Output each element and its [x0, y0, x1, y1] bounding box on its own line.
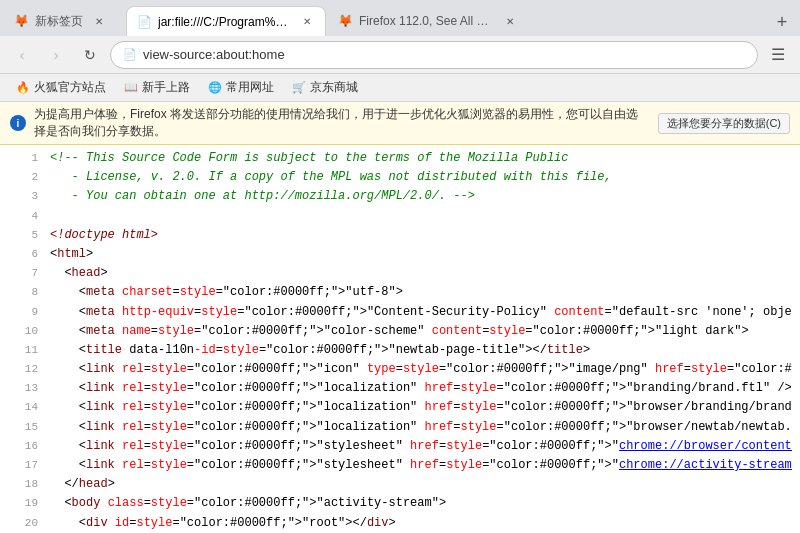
line-content: <body class=style="color:#0000ff;">"acti… [50, 494, 792, 513]
line-number: 20 [8, 515, 38, 533]
tab-favicon-1: 🦊 [14, 14, 29, 28]
line-number: 4 [8, 208, 38, 226]
line-number: 14 [8, 399, 38, 417]
line-content: <!-- This Source Code Form is subject to… [50, 149, 792, 168]
line-content: <meta name=style="color:#0000ff;">"color… [50, 322, 792, 341]
line-number: 9 [8, 304, 38, 322]
bookmark-newuser[interactable]: 📖 新手上路 [116, 77, 198, 98]
line-number: 16 [8, 438, 38, 456]
bookmark-label-2: 新手上路 [142, 79, 190, 96]
info-message: 为提高用户体验，Firefox 将发送部分功能的使用情况给我们，用于进一步优化火… [34, 106, 650, 140]
browser-chrome: 🦊 新标签页 ✕ 📄 jar:file:///C:/Program%20File… [0, 0, 800, 533]
source-line: 16 <link rel=style="color:#0000ff;">"sty… [0, 437, 800, 456]
tab-close-1[interactable]: ✕ [91, 13, 107, 29]
tab-title-2: jar:file:///C:/Program%20Files/M... [158, 15, 291, 29]
info-bar: i 为提高用户体验，Firefox 将发送部分功能的使用情况给我们，用于进一步优… [0, 102, 800, 145]
line-number: 1 [8, 150, 38, 168]
source-line: 18 </head> [0, 475, 800, 494]
line-number: 17 [8, 457, 38, 475]
source-line: 9 <meta http-equiv=style="color:#0000ff;… [0, 303, 800, 322]
source-line: 4 [0, 207, 800, 226]
tab-newtab[interactable]: 🦊 新标签页 ✕ [4, 6, 124, 36]
source-line: 17 <link rel=style="color:#0000ff;">"sty… [0, 456, 800, 475]
line-content: <head> [50, 264, 792, 283]
info-icon: i [10, 115, 26, 131]
nav-bar: ‹ › ↻ 📄 view-source:about:home ☰ [0, 36, 800, 74]
line-content: </head> [50, 475, 792, 494]
back-button[interactable]: ‹ [8, 41, 36, 69]
bookmark-label-1: 火狐官方站点 [34, 79, 106, 96]
tab-title-1: 新标签页 [35, 13, 83, 30]
bookmarks-bar: 🔥 火狐官方站点 📖 新手上路 🌐 常用网址 🛒 京东商城 [0, 74, 800, 102]
line-number: 3 [8, 188, 38, 206]
reload-button[interactable]: ↻ [76, 41, 104, 69]
address-bar-text: view-source:about:home [143, 47, 745, 62]
line-content: <div id=style="color:#0000ff;">"root"></… [50, 514, 792, 533]
tab-favicon-3: 🦊 [338, 14, 353, 28]
tab-favicon-2: 📄 [137, 15, 152, 29]
source-line: 14 <link rel=style="color:#0000ff;">"loc… [0, 398, 800, 417]
menu-button[interactable]: ☰ [764, 41, 792, 69]
line-content: <!doctype html> [50, 226, 792, 245]
source-line: 2 - License, v. 2.0. If a copy of the MP… [0, 168, 800, 187]
bookmark-icon-3: 🌐 [208, 81, 222, 94]
info-action-button[interactable]: 选择您要分享的数据(C) [658, 113, 790, 134]
tab-bar: 🦊 新标签页 ✕ 📄 jar:file:///C:/Program%20File… [0, 0, 800, 36]
line-number: 18 [8, 476, 38, 494]
source-line: 10 <meta name=style="color:#0000ff;">"co… [0, 322, 800, 341]
line-number: 8 [8, 284, 38, 302]
tab-title-3: Firefox 112.0, See All New Fe... [359, 14, 494, 28]
line-content: <link rel=style="color:#0000ff;">"styles… [50, 437, 792, 456]
line-content: <meta http-equiv=style="color:#0000ff;">… [50, 303, 792, 322]
address-bar-icon: 📄 [123, 48, 137, 61]
line-content: <link rel=style="color:#0000ff;">"locali… [50, 379, 792, 398]
address-bar[interactable]: 📄 view-source:about:home [110, 41, 758, 69]
line-number: 13 [8, 380, 38, 398]
line-number: 15 [8, 419, 38, 437]
tab-close-3[interactable]: ✕ [502, 13, 518, 29]
line-content: <link rel=style="color:#0000ff;">"locali… [50, 418, 792, 437]
line-content: - You can obtain one at http://mozilla.o… [50, 187, 792, 206]
bookmark-common[interactable]: 🌐 常用网址 [200, 77, 282, 98]
bookmark-label-3: 常用网址 [226, 79, 274, 96]
line-content: <link rel=style="color:#0000ff;">"styles… [50, 456, 792, 475]
line-content: <link rel=style="color:#0000ff;">"icon" … [50, 360, 792, 379]
line-number: 6 [8, 246, 38, 264]
source-line: 20 <div id=style="color:#0000ff;">"root"… [0, 514, 800, 533]
tab-close-2[interactable]: ✕ [299, 14, 315, 30]
forward-button[interactable]: › [42, 41, 70, 69]
source-line: 5<!doctype html> [0, 226, 800, 245]
source-line: 7 <head> [0, 264, 800, 283]
line-number: 5 [8, 227, 38, 245]
bookmark-official[interactable]: 🔥 火狐官方站点 [8, 77, 114, 98]
source-line: 13 <link rel=style="color:#0000ff;">"loc… [0, 379, 800, 398]
bookmark-label-4: 京东商城 [310, 79, 358, 96]
bookmark-jd[interactable]: 🛒 京东商城 [284, 77, 366, 98]
line-content: <html> [50, 245, 792, 264]
source-view: 1<!-- This Source Code Form is subject t… [0, 145, 800, 533]
source-line: 12 <link rel=style="color:#0000ff;">"ico… [0, 360, 800, 379]
source-line: 19 <body class=style="color:#0000ff;">"a… [0, 494, 800, 513]
source-line: 6<html> [0, 245, 800, 264]
line-content: - License, v. 2.0. If a copy of the MPL … [50, 168, 792, 187]
new-tab-button[interactable]: + [768, 8, 796, 36]
line-content: <title data-l10n-id=style="color:#0000ff… [50, 341, 792, 360]
line-number: 11 [8, 342, 38, 360]
line-number: 19 [8, 495, 38, 513]
bookmark-icon-2: 📖 [124, 81, 138, 94]
bookmark-icon-1: 🔥 [16, 81, 30, 94]
tab-firefox[interactable]: 🦊 Firefox 112.0, See All New Fe... ✕ [328, 6, 528, 36]
line-number: 10 [8, 323, 38, 341]
source-line: 3 - You can obtain one at http://mozilla… [0, 187, 800, 206]
source-line: 11 <title data-l10n-id=style="color:#000… [0, 341, 800, 360]
tab-source[interactable]: 📄 jar:file:///C:/Program%20Files/M... ✕ [126, 6, 326, 36]
line-number: 12 [8, 361, 38, 379]
line-content [50, 207, 792, 226]
line-number: 7 [8, 265, 38, 283]
source-line: 8 <meta charset=style="color:#0000ff;">"… [0, 283, 800, 302]
bookmark-icon-4: 🛒 [292, 81, 306, 94]
source-line: 15 <link rel=style="color:#0000ff;">"loc… [0, 418, 800, 437]
line-content: <link rel=style="color:#0000ff;">"locali… [50, 398, 792, 417]
line-number: 2 [8, 169, 38, 187]
line-content: <meta charset=style="color:#0000ff;">"ut… [50, 283, 792, 302]
